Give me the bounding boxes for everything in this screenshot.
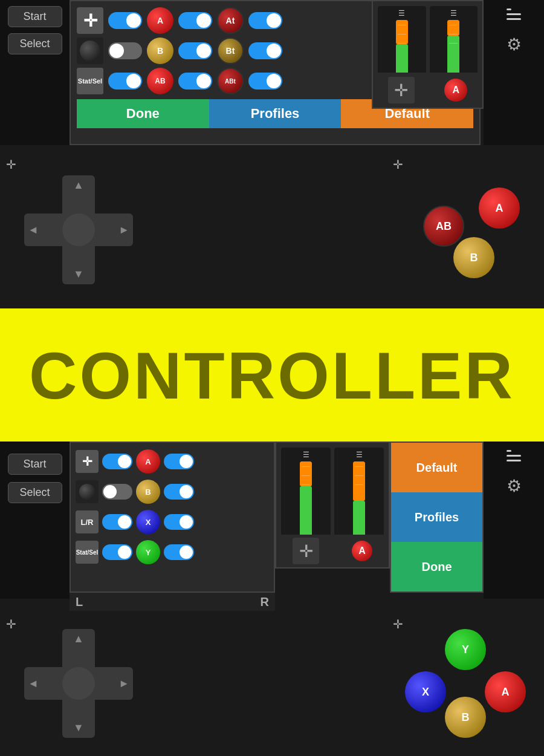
dpad-right-top[interactable]: ►: [118, 224, 129, 236]
profiles-button-top[interactable]: Profiles: [209, 99, 342, 128]
right-icons-bottom: ⚙: [484, 442, 544, 599]
bottom-toggle-3[interactable]: [102, 514, 132, 530]
bottom-panel-row-2: B: [76, 478, 269, 506]
bottom-toggle-1[interactable]: [102, 454, 132, 469]
bottom-btn-x: X: [136, 510, 160, 534]
bottom-btn-a: A: [136, 449, 160, 474]
yellow-banner: CONTROLLER: [0, 308, 544, 442]
cluster-a-btn[interactable]: A: [479, 187, 520, 229]
l-label: L: [76, 595, 83, 609]
vol-dpad-top[interactable]: ✛: [388, 77, 415, 103]
vol-menu-bottom-2: ☰: [356, 451, 363, 459]
bottom-toggle-4[interactable]: [102, 544, 132, 560]
bottom-btn-b: B: [136, 480, 160, 504]
move-icon-top: ✛: [6, 157, 16, 172]
dpad-area-bottom: ✛ ◄ ► ▲ ▼: [0, 611, 157, 756]
dpad-up-top[interactable]: ▲: [73, 179, 84, 192]
dpad-left-bottom[interactable]: ◄: [28, 677, 39, 690]
start-button-bottom[interactable]: Start: [8, 454, 62, 475]
default-button-bottom[interactable]: Default: [391, 443, 482, 492]
vol-lines-bottom-2: [353, 466, 365, 485]
btn-abt-top: ABt: [217, 68, 244, 94]
bottom-ball-icon: [76, 480, 99, 503]
toggle-dpad-1[interactable]: [108, 12, 142, 29]
bottom-section: Start Select ✛ A B: [0, 442, 544, 756]
vol-dpad-bottom[interactable]: ✛: [293, 538, 319, 564]
cluster-a-btn-bottom[interactable]: A: [485, 671, 526, 712]
dpad-widget-bottom: ◄ ► ▲ ▼: [24, 629, 133, 738]
bottom-btn-y: Y: [136, 540, 160, 564]
cluster-x-btn[interactable]: X: [405, 671, 446, 712]
toggle-dpad-3[interactable]: [108, 73, 142, 90]
dpad-row-icon: ✛: [77, 7, 103, 34]
toggle-a-1[interactable]: [178, 12, 212, 29]
move-icon-top-right: ✛: [393, 157, 403, 172]
bottom-statsel-icon: Stat/Sel: [76, 541, 99, 564]
start-select-top: Start Select: [0, 0, 70, 145]
toggle-dpad-2[interactable]: [108, 42, 142, 59]
bottom-toggle-2b[interactable]: [164, 484, 194, 500]
select-button-bottom[interactable]: Select: [8, 482, 62, 503]
dpad-down-bottom[interactable]: ▼: [73, 722, 84, 734]
lr-labels: L R: [70, 593, 275, 611]
controller-title: CONTROLLER: [29, 337, 515, 414]
vol-a-btn-bottom[interactable]: A: [352, 541, 372, 561]
statsel-row-icon: Stat/Sel: [77, 68, 103, 94]
dpad-up-bottom[interactable]: ▲: [73, 633, 84, 645]
menu-icon-bottom[interactable]: [504, 448, 523, 464]
right-action-btns: Default Profiles Done: [390, 442, 484, 593]
bottom-panel-row-4: Stat/Sel Y: [76, 538, 269, 566]
bottom-panel-row-3: L/R X: [76, 508, 269, 536]
start-select-bottom: Start Select: [0, 442, 70, 599]
toggle-b-1[interactable]: [178, 42, 212, 59]
buttons-area-bottom: ✛ Y X A B: [387, 611, 544, 756]
toggle-ab-1[interactable]: [178, 73, 212, 90]
btn-ab-top: AB: [147, 68, 173, 94]
control-panel-bottom: ✛ A B L/R: [70, 442, 275, 593]
bottom-toggle-4b[interactable]: [164, 544, 194, 560]
buttons-area-top: ✛ AB A B: [387, 151, 544, 308]
dpad-center-bottom: [62, 667, 95, 700]
vol-lines-1: [396, 25, 408, 44]
done-button-top[interactable]: Done: [77, 99, 209, 128]
dpad-left-top[interactable]: ◄: [28, 224, 39, 236]
btn-at-top: At: [217, 7, 244, 34]
btn-b-top: B: [147, 37, 173, 64]
start-button-top[interactable]: Start: [8, 6, 62, 27]
gear-icon-top[interactable]: ⚙: [507, 34, 522, 54]
vol-menu-bottom-1: ☰: [303, 451, 309, 459]
ball-row-icon: [77, 37, 103, 64]
toggle-abt-1[interactable]: [248, 73, 282, 90]
r-label: R: [261, 595, 269, 609]
btn-a-top: A: [147, 7, 173, 34]
vol-menu-icon-1: ☰: [398, 9, 405, 18]
gear-icon-bottom[interactable]: ⚙: [507, 476, 522, 496]
profiles-button-bottom[interactable]: Profiles: [391, 492, 482, 542]
cluster-ab-btn[interactable]: AB: [423, 206, 464, 247]
dpad-right-bottom[interactable]: ►: [118, 677, 129, 690]
toggle-bt-1[interactable]: [248, 42, 282, 59]
bottom-toggle-3b[interactable]: [164, 514, 194, 530]
bottom-toggle-1b[interactable]: [164, 454, 194, 469]
dpad-center-top: [62, 213, 95, 246]
bottom-panel-row-1: ✛ A: [76, 448, 269, 475]
menu-icon-top[interactable]: [504, 6, 523, 22]
dpad-down-top[interactable]: ▼: [73, 268, 84, 281]
dpad-widget-top: ◄ ► ▲ ▼: [24, 175, 133, 284]
done-button-bottom[interactable]: Done: [391, 542, 482, 591]
cluster-y-btn[interactable]: Y: [445, 629, 486, 670]
select-button-top[interactable]: Select: [8, 33, 62, 54]
bottom-toggle-2[interactable]: [102, 484, 132, 500]
cluster-b-btn-bottom[interactable]: B: [445, 697, 486, 738]
volume-area-top: ☰ ☰ ✛ A: [372, 0, 484, 109]
vol-lines-2: [447, 25, 459, 44]
cluster-b-btn[interactable]: B: [453, 237, 494, 278]
vol-menu-icon-2: ☰: [450, 9, 457, 18]
vol-a-btn-top[interactable]: A: [444, 79, 467, 102]
btns-cluster-bottom: Y X A B: [399, 623, 532, 744]
btn-bt-top: Bt: [217, 37, 244, 64]
vol-lines-bottom-1: [300, 466, 312, 485]
vol-controls-bottom: ✛ A: [276, 535, 389, 567]
vol-controls-top: ✛ A: [373, 73, 482, 108]
toggle-at-1[interactable]: [248, 12, 282, 29]
